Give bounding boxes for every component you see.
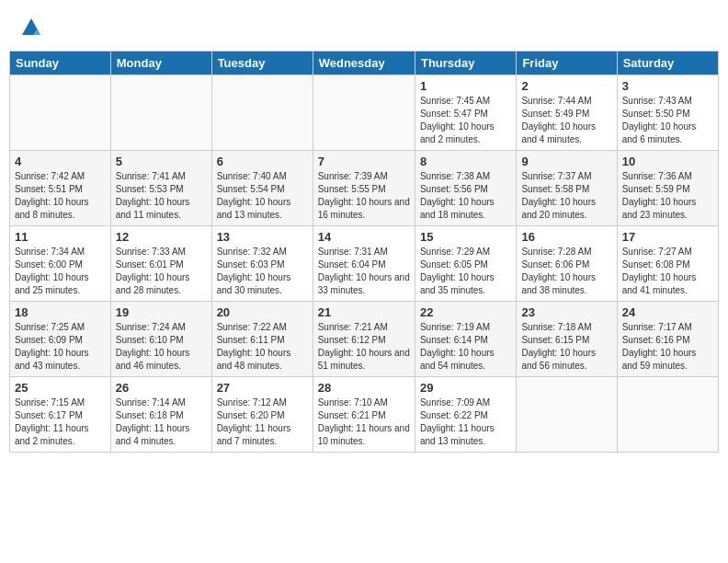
calendar-cell: 27Sunrise: 7:12 AMSunset: 6:20 PMDayligh…: [211, 377, 313, 453]
day-info: Sunrise: 7:27 AMSunset: 6:08 PMDaylight:…: [622, 246, 713, 297]
calendar-cell: 18Sunrise: 7:25 AMSunset: 6:09 PMDayligh…: [10, 302, 111, 377]
day-info: Sunrise: 7:33 AMSunset: 6:01 PMDaylight:…: [116, 246, 207, 297]
day-number: 25: [15, 381, 106, 395]
calendar-cell: 12Sunrise: 7:33 AMSunset: 6:01 PMDayligh…: [110, 226, 211, 302]
day-info: Sunrise: 7:36 AMSunset: 5:59 PMDaylight:…: [622, 170, 713, 222]
calendar-cell: [211, 75, 313, 151]
col-header-friday: Friday: [517, 52, 617, 75]
calendar-week-row: 18Sunrise: 7:25 AMSunset: 6:09 PMDayligh…: [10, 302, 719, 377]
calendar-cell: 10Sunrise: 7:36 AMSunset: 5:59 PMDayligh…: [617, 151, 718, 226]
calendar-cell: 2Sunrise: 7:44 AMSunset: 5:49 PMDaylight…: [517, 75, 617, 151]
day-info: Sunrise: 7:31 AMSunset: 6:04 PMDaylight:…: [318, 246, 410, 297]
calendar-cell: [10, 75, 111, 151]
day-info: Sunrise: 7:25 AMSunset: 6:09 PMDaylight:…: [15, 321, 106, 373]
day-number: 23: [521, 305, 611, 319]
calendar-cell: 23Sunrise: 7:18 AMSunset: 6:15 PMDayligh…: [517, 302, 617, 377]
day-info: Sunrise: 7:40 AMSunset: 5:54 PMDaylight:…: [217, 170, 308, 222]
calendar-cell: 8Sunrise: 7:38 AMSunset: 5:56 PMDaylight…: [415, 151, 516, 226]
day-info: Sunrise: 7:34 AMSunset: 6:00 PMDaylight:…: [15, 246, 106, 297]
day-number: 27: [217, 381, 308, 395]
day-info: Sunrise: 7:21 AMSunset: 6:12 PMDaylight:…: [318, 321, 410, 373]
day-number: 5: [116, 155, 207, 168]
day-number: 1: [420, 79, 511, 93]
logo: [18, 17, 42, 43]
day-number: 8: [420, 155, 511, 168]
calendar-cell: 16Sunrise: 7:28 AMSunset: 6:06 PMDayligh…: [517, 226, 617, 302]
calendar-cell: [110, 75, 211, 151]
calendar-cell: [617, 377, 718, 453]
logo-icon: [20, 17, 42, 39]
day-info: Sunrise: 7:42 AMSunset: 5:51 PMDaylight:…: [15, 170, 106, 222]
day-info: Sunrise: 7:12 AMSunset: 6:20 PMDaylight:…: [217, 396, 308, 448]
day-info: Sunrise: 7:43 AMSunset: 5:50 PMDaylight:…: [622, 95, 713, 146]
day-info: Sunrise: 7:37 AMSunset: 5:58 PMDaylight:…: [521, 170, 611, 222]
calendar-cell: 13Sunrise: 7:32 AMSunset: 6:03 PMDayligh…: [211, 226, 313, 302]
col-header-saturday: Saturday: [617, 52, 718, 75]
day-info: Sunrise: 7:19 AMSunset: 6:14 PMDaylight:…: [420, 321, 511, 373]
day-info: Sunrise: 7:17 AMSunset: 6:16 PMDaylight:…: [622, 321, 713, 373]
calendar-week-row: 25Sunrise: 7:15 AMSunset: 6:17 PMDayligh…: [10, 377, 719, 453]
day-number: 20: [217, 305, 308, 319]
col-header-thursday: Thursday: [415, 52, 516, 75]
day-number: 3: [622, 79, 713, 93]
calendar-cell: 24Sunrise: 7:17 AMSunset: 6:16 PMDayligh…: [617, 302, 718, 377]
day-info: Sunrise: 7:41 AMSunset: 5:53 PMDaylight:…: [116, 170, 207, 222]
day-number: 13: [217, 230, 308, 244]
day-number: 14: [318, 230, 410, 244]
day-number: 10: [622, 155, 713, 168]
day-info: Sunrise: 7:45 AMSunset: 5:47 PMDaylight:…: [420, 95, 511, 146]
day-info: Sunrise: 7:44 AMSunset: 5:49 PMDaylight:…: [521, 95, 611, 146]
calendar-cell: 6Sunrise: 7:40 AMSunset: 5:54 PMDaylight…: [211, 151, 313, 226]
day-info: Sunrise: 7:24 AMSunset: 6:10 PMDaylight:…: [116, 321, 207, 373]
day-number: 28: [318, 381, 410, 395]
day-info: Sunrise: 7:18 AMSunset: 6:15 PMDaylight:…: [521, 321, 611, 373]
day-info: Sunrise: 7:09 AMSunset: 6:22 PMDaylight:…: [420, 396, 511, 448]
day-number: 18: [15, 305, 106, 319]
day-number: 4: [15, 155, 106, 168]
calendar-week-row: 4Sunrise: 7:42 AMSunset: 5:51 PMDaylight…: [10, 151, 719, 226]
calendar-cell: 28Sunrise: 7:10 AMSunset: 6:21 PMDayligh…: [313, 377, 415, 453]
day-number: 11: [15, 230, 106, 244]
calendar-cell: 25Sunrise: 7:15 AMSunset: 6:17 PMDayligh…: [10, 377, 111, 453]
day-info: Sunrise: 7:38 AMSunset: 5:56 PMDaylight:…: [420, 170, 511, 222]
day-number: 22: [420, 305, 511, 319]
calendar-cell: 21Sunrise: 7:21 AMSunset: 6:12 PMDayligh…: [313, 302, 415, 377]
calendar-week-row: 1Sunrise: 7:45 AMSunset: 5:47 PMDaylight…: [10, 75, 719, 151]
day-info: Sunrise: 7:22 AMSunset: 6:11 PMDaylight:…: [217, 321, 308, 373]
day-number: 6: [217, 155, 308, 168]
day-number: 19: [116, 305, 207, 319]
calendar-cell: 26Sunrise: 7:14 AMSunset: 6:18 PMDayligh…: [110, 377, 211, 453]
day-number: 29: [420, 381, 511, 395]
calendar-cell: 4Sunrise: 7:42 AMSunset: 5:51 PMDaylight…: [10, 151, 111, 226]
calendar-cell: 19Sunrise: 7:24 AMSunset: 6:10 PMDayligh…: [110, 302, 211, 377]
col-header-wednesday: Wednesday: [313, 52, 415, 75]
calendar-header-row: SundayMondayTuesdayWednesdayThursdayFrid…: [10, 52, 719, 75]
calendar-cell: 20Sunrise: 7:22 AMSunset: 6:11 PMDayligh…: [211, 302, 313, 377]
day-info: Sunrise: 7:14 AMSunset: 6:18 PMDaylight:…: [116, 396, 207, 448]
calendar-cell: 9Sunrise: 7:37 AMSunset: 5:58 PMDaylight…: [517, 151, 617, 226]
day-number: 21: [318, 305, 410, 319]
calendar-cell: 22Sunrise: 7:19 AMSunset: 6:14 PMDayligh…: [415, 302, 516, 377]
page-header: [9, 9, 719, 47]
calendar-cell: [517, 377, 617, 453]
calendar-cell: 7Sunrise: 7:39 AMSunset: 5:55 PMDaylight…: [313, 151, 415, 226]
day-number: 26: [116, 381, 207, 395]
day-info: Sunrise: 7:10 AMSunset: 6:21 PMDaylight:…: [318, 396, 410, 448]
day-number: 9: [521, 155, 611, 168]
day-number: 7: [318, 155, 410, 168]
col-header-tuesday: Tuesday: [211, 52, 313, 75]
day-info: Sunrise: 7:32 AMSunset: 6:03 PMDaylight:…: [217, 246, 308, 297]
calendar-cell: 1Sunrise: 7:45 AMSunset: 5:47 PMDaylight…: [415, 75, 516, 151]
calendar-table: SundayMondayTuesdayWednesdayThursdayFrid…: [9, 51, 719, 453]
calendar-cell: 5Sunrise: 7:41 AMSunset: 5:53 PMDaylight…: [110, 151, 211, 226]
calendar-cell: 14Sunrise: 7:31 AMSunset: 6:04 PMDayligh…: [313, 226, 415, 302]
day-number: 12: [116, 230, 207, 244]
calendar-cell: 17Sunrise: 7:27 AMSunset: 6:08 PMDayligh…: [617, 226, 718, 302]
col-header-sunday: Sunday: [10, 52, 111, 75]
day-info: Sunrise: 7:29 AMSunset: 6:05 PMDaylight:…: [420, 246, 511, 297]
day-number: 17: [622, 230, 713, 244]
calendar-cell: 29Sunrise: 7:09 AMSunset: 6:22 PMDayligh…: [415, 377, 516, 453]
day-info: Sunrise: 7:15 AMSunset: 6:17 PMDaylight:…: [15, 396, 106, 448]
calendar-cell: 11Sunrise: 7:34 AMSunset: 6:00 PMDayligh…: [10, 226, 111, 302]
day-number: 15: [420, 230, 511, 244]
